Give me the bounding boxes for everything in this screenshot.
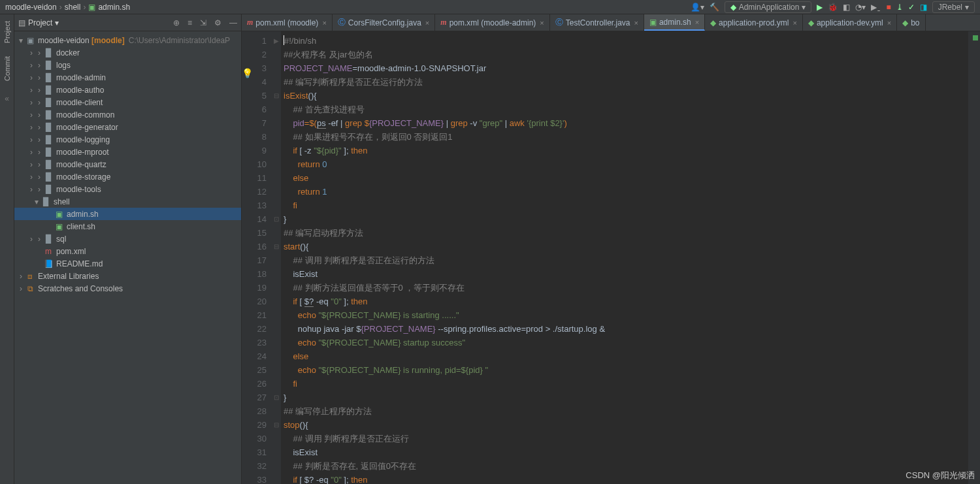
tree-folder[interactable]: ››▉moodle-quartz (14, 158, 241, 170)
close-icon[interactable]: × (792, 19, 796, 27)
class-icon: Ⓒ (338, 17, 346, 28)
tab-app-prod[interactable]: ◆application-prod.yml× (705, 14, 803, 31)
tab-label: admin.sh (659, 18, 691, 27)
breadcrumb-file[interactable]: admin.sh (98, 3, 130, 12)
tree-folder[interactable]: ››▉docker (14, 46, 241, 59)
tree-scratches[interactable]: ›⧉Scratches and Consoles (14, 282, 241, 295)
folder-label: moodle-common (56, 110, 114, 120)
settings-icon[interactable]: ⚙ (214, 18, 221, 27)
vcs-update-icon[interactable]: ⤓ (896, 3, 903, 12)
chevron-down-icon: ▾ (802, 3, 806, 12)
chevron-right-icon: › (59, 3, 62, 12)
tab-label: CorsFilterConfig.java (348, 18, 421, 27)
close-icon[interactable]: × (540, 19, 544, 27)
tree-root[interactable]: ▾▣ moodle-veidon [moodle] C:\Users\Admin… (14, 34, 241, 46)
tab-pom-moodle[interactable]: mpom.xml (moodle)× (242, 14, 333, 31)
tree-ext-libs[interactable]: ›⧈External Libraries (14, 270, 241, 282)
hammer-icon[interactable]: 🔨 (710, 3, 719, 12)
root-module: [moodle] (91, 36, 125, 45)
search-everywhere-icon[interactable]: ◨ (920, 3, 927, 12)
tree-folder[interactable]: ››▉moodle-logging (14, 133, 241, 146)
tree-file-pom[interactable]: mpom.xml (14, 245, 241, 257)
line-gutter[interactable]: 1234567891011121314151617181920212223242… (242, 31, 272, 484)
sh-icon: ▣ (649, 18, 657, 27)
profile-icon[interactable]: ◔▾ (855, 3, 866, 12)
tab-admin-sh[interactable]: ▣admin.sh× (644, 14, 705, 31)
tab-app-dev[interactable]: ◆application-dev.yml× (803, 14, 897, 31)
code-editor[interactable]: #!/bin/sh ##火程序名 及jar包的名 PROJECT_NAME=mo… (281, 31, 968, 484)
fold-column[interactable]: ▶ ⊟ ⊡⊟ ⊡⊟ (272, 31, 281, 484)
project-tool-tab[interactable]: Project (3, 21, 11, 43)
tree-folder[interactable]: ››▉moodle-client (14, 96, 241, 108)
folder-label: moodle-storage (56, 172, 110, 182)
collapse-icon[interactable]: « (5, 94, 9, 103)
tree-folder[interactable]: ››▉moodle-admin (14, 71, 241, 84)
leaf-icon: ◆ (730, 3, 736, 12)
leaf-icon: ◆ (902, 18, 908, 27)
tab-pom-admin[interactable]: mpom.xml (moodle-admin)× (435, 14, 549, 31)
run-icon[interactable]: ▶ (817, 3, 823, 12)
stop-icon[interactable]: ■ (886, 3, 890, 12)
tree-folder[interactable]: ››▉moodle-common (14, 108, 241, 121)
tab-testcontroller[interactable]: ⒸTestController.java× (550, 14, 644, 31)
tab-label: pom.xml (moodle-admin) (449, 18, 536, 27)
tab-corsfilter[interactable]: ⒸCorsFilterConfig.java× (333, 14, 435, 31)
close-icon[interactable]: × (887, 19, 891, 27)
breadcrumb[interactable]: moodle-veidon › shell › ▣ admin.sh (5, 3, 130, 12)
tree-file-admin-sh[interactable]: ▣admin.sh (14, 208, 241, 220)
class-icon: Ⓒ (555, 17, 563, 28)
maven-icon: m (440, 18, 446, 27)
expand-all-icon[interactable]: ≡ (188, 18, 192, 27)
folder-label: moodle-tools (56, 185, 101, 194)
debug-icon[interactable]: 🐞 (828, 3, 838, 12)
folder-label: sql (56, 234, 66, 244)
close-icon[interactable]: × (695, 18, 699, 26)
folder-label: moodle-quartz (56, 160, 106, 169)
run-config-label: AdminApplication (739, 3, 800, 12)
left-gutter-tabs: Project Commit « (0, 14, 14, 484)
sh-icon: ▣ (88, 3, 95, 12)
tab-label: TestController.java (566, 18, 630, 27)
select-opened-icon[interactable]: ⊕ (173, 18, 180, 27)
user-menu-icon[interactable]: 👤▾ (691, 3, 704, 12)
folder-label: moodle-generator (56, 123, 118, 132)
vcs-commit-icon[interactable]: ✓ (908, 3, 915, 12)
project-header[interactable]: ▤ Project ▾ (18, 18, 59, 27)
tree-file-readme[interactable]: 📘README.md (14, 257, 241, 270)
intention-bulb-icon[interactable]: 💡 (242, 68, 253, 78)
tree-folder[interactable]: ››▉moodle-tools (14, 183, 241, 195)
project-tree[interactable]: ▾▣ moodle-veidon [moodle] C:\Users\Admin… (14, 31, 241, 484)
folder-label: moodle-mproot (56, 148, 109, 157)
tab-label: application-dev.yml (817, 18, 883, 27)
hide-icon[interactable]: — (229, 18, 237, 27)
breadcrumb-project[interactable]: moodle-veidon (5, 3, 57, 12)
maven-icon: m (247, 18, 253, 27)
tree-file-client-sh[interactable]: ▣client.sh (14, 220, 241, 233)
file-label: pom.xml (56, 247, 86, 256)
tree-folder[interactable]: ››▉sql (14, 233, 241, 245)
tab-bootstrap[interactable]: ◆bo (897, 14, 925, 31)
folder-label: moodle-autho (56, 86, 104, 95)
chevron-right-icon: › (83, 3, 86, 12)
tree-folder[interactable]: ››▉moodle-generator (14, 121, 241, 133)
toolbar: 👤▾ 🔨 ◆ AdminApplication ▾ ▶ 🐞 ◧ ◔▾ ▶ˍ ■ … (691, 1, 975, 13)
tree-folder[interactable]: ››▉logs (14, 59, 241, 71)
marker-bar[interactable] (968, 31, 980, 484)
attach-icon[interactable]: ▶ˍ (871, 3, 881, 12)
tree-folder-shell[interactable]: ▾▉shell (14, 195, 241, 208)
breadcrumb-folder[interactable]: shell (65, 3, 81, 12)
project-view-icon: ▤ (18, 18, 25, 27)
collapse-all-icon[interactable]: ⇲ (200, 18, 206, 27)
check-mark-icon (973, 35, 978, 40)
coverage-icon[interactable]: ◧ (843, 3, 850, 12)
tree-folder[interactable]: ››▉moodle-autho (14, 84, 241, 96)
close-icon[interactable]: × (425, 19, 429, 27)
commit-tool-tab[interactable]: Commit (3, 56, 11, 81)
tree-folder[interactable]: ››▉moodle-mproot (14, 146, 241, 158)
close-icon[interactable]: × (322, 19, 326, 27)
jrebel-dropdown[interactable]: JRebel ▾ (932, 1, 975, 13)
tree-folder[interactable]: ››▉moodle-storage (14, 170, 241, 183)
close-icon[interactable]: × (634, 19, 638, 27)
run-config-dropdown[interactable]: ◆ AdminApplication ▾ (725, 1, 812, 13)
folder-label: logs (56, 61, 71, 70)
